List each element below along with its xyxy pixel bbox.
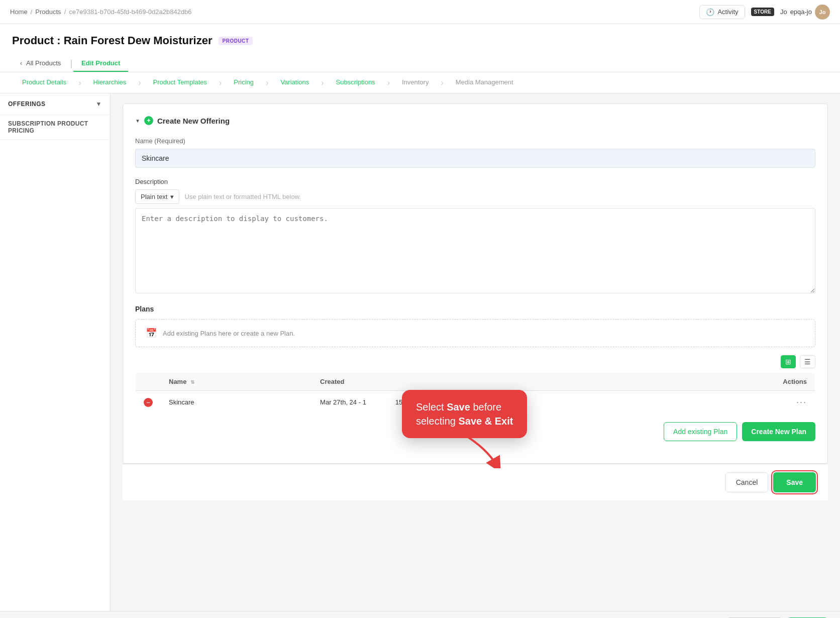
offering-header: ▼ + Create New Offering xyxy=(135,116,815,125)
tab-divider: | xyxy=(70,58,72,69)
product-badge: PRODUCT xyxy=(219,37,253,45)
sidebar: Offerings ▼ Subscription Product Pricing xyxy=(0,93,111,611)
user-sub: epqa-jo xyxy=(790,8,812,16)
main-layout: Offerings ▼ Subscription Product Pricing… xyxy=(0,93,840,611)
tab-product-templates[interactable]: Product Templates xyxy=(143,72,217,93)
breadcrumb-products[interactable]: Products xyxy=(35,8,61,16)
triangle-icon: ▼ xyxy=(135,118,140,124)
col-remove xyxy=(136,373,161,391)
breadcrumb: Home / Products / ce7e9381-b70d-45fd-b46… xyxy=(10,8,192,16)
create-new-plan-button[interactable]: Create New Plan xyxy=(742,422,815,441)
page-header: Product : Rain Forest Dew Moisturizer PR… xyxy=(0,24,840,72)
add-plan-buttons: Add existing Plan Create New Plan xyxy=(664,422,815,441)
plans-add-box: 📅 Add existing Plans here or create a ne… xyxy=(135,319,815,347)
description-toolbar: Plain text ▾ Use plain text or formatted… xyxy=(135,189,815,204)
edit-product-tab[interactable]: Edit Product xyxy=(73,55,128,72)
breadcrumb-id: ce7e9381-b70d-45fd-b469-0d2a2b842db6 xyxy=(69,8,191,16)
sidebar-section-pricing: Subscription Product Pricing xyxy=(0,115,110,140)
tooltip-arrow xyxy=(457,433,507,468)
tab-variations[interactable]: Variations xyxy=(270,72,319,93)
tooltip-overlay: Select Save beforeselecting Save & Exit xyxy=(402,390,527,438)
row-actions-cell: ··· xyxy=(669,391,815,414)
sub-nav: Product Details › Hierarchies › Product … xyxy=(0,72,840,93)
sidebar-section-offerings: Offerings ▼ xyxy=(0,93,110,115)
description-textarea[interactable] xyxy=(135,208,815,293)
topbar-right: 🕐 Activity STORE Jo epqa-jo Jo xyxy=(699,5,830,20)
description-field-group: Description Plain text ▾ Use plain text … xyxy=(135,178,815,295)
col-created-header: Created xyxy=(312,373,669,391)
tab-media-management[interactable]: Media Management xyxy=(446,72,523,93)
footer-bar: Back Save & Exit Next › xyxy=(0,611,840,618)
tab-inventory[interactable]: Inventory xyxy=(392,72,439,93)
grid-view-button[interactable]: ⊞ xyxy=(781,355,796,368)
plain-text-select[interactable]: Plain text ▾ xyxy=(135,189,179,204)
list-view-button[interactable]: ☰ xyxy=(800,355,815,368)
sidebar-item-offerings[interactable]: Offerings ▼ xyxy=(0,93,110,115)
row-name-cell: Skincare xyxy=(161,391,312,414)
chevron-down-icon: ▼ xyxy=(96,100,102,108)
tab-pricing[interactable]: Pricing xyxy=(224,72,264,93)
store-badge: STORE xyxy=(751,8,774,16)
avatar: Jo xyxy=(815,5,830,20)
topbar: Home / Products / ce7e9381-b70d-45fd-b46… xyxy=(0,0,840,24)
col-name-header: Name ⇅ xyxy=(161,373,312,391)
clock-icon: 🕐 xyxy=(706,8,714,16)
breadcrumb-home[interactable]: Home xyxy=(10,8,28,16)
save-cancel-row: Cancel Save xyxy=(123,464,828,500)
content-area: ▼ + Create New Offering Name (Required) … xyxy=(111,93,840,611)
breadcrumb-sep2: / xyxy=(64,8,66,16)
save-button[interactable]: Save xyxy=(773,472,816,492)
name-input[interactable] xyxy=(135,149,815,168)
col-actions-header: Actions xyxy=(669,373,815,391)
name-label: Name (Required) xyxy=(135,137,815,145)
select-chevron-icon: ▾ xyxy=(170,193,174,200)
activity-button[interactable]: 🕐 Activity xyxy=(699,5,745,19)
add-existing-plan-button[interactable]: Add existing Plan xyxy=(664,422,737,441)
tab-subscriptions[interactable]: Subscriptions xyxy=(326,72,385,93)
offering-dot-icon: + xyxy=(144,116,153,125)
description-hint: Use plain text or formatted HTML below. xyxy=(184,193,300,200)
nav-tabs: ‹ All Products | Edit Product xyxy=(12,55,828,72)
sort-icon: ⇅ xyxy=(190,379,194,385)
user-info: Jo epqa-jo Jo xyxy=(780,5,830,20)
plans-table-header: Name ⇅ Created Actions xyxy=(136,373,815,391)
all-products-tab[interactable]: ‹ All Products xyxy=(12,55,69,72)
plain-text-label: Plain text xyxy=(141,193,167,200)
sidebar-item-sub-pricing[interactable]: Subscription Product Pricing xyxy=(0,115,110,139)
activity-label: Activity xyxy=(717,8,738,16)
calendar-icon: 📅 xyxy=(146,328,157,339)
tab-product-details[interactable]: Product Details xyxy=(12,72,76,93)
tab-hierarchies[interactable]: Hierarchies xyxy=(83,72,136,93)
plans-add-hint: Add existing Plans here or create a new … xyxy=(163,330,295,337)
product-title-row: Product : Rain Forest Dew Moisturizer PR… xyxy=(12,34,828,47)
more-actions-button[interactable]: ··· xyxy=(796,397,807,407)
tooltip-bubble: Select Save beforeselecting Save & Exit xyxy=(402,390,527,438)
cancel-button[interactable]: Cancel xyxy=(725,472,769,492)
page-title: Product : Rain Forest Dew Moisturizer xyxy=(12,34,213,47)
back-arrow-icon: ‹ xyxy=(20,60,22,67)
name-field-group: Name (Required) xyxy=(135,137,815,168)
row-remove-cell: − xyxy=(136,391,161,414)
offering-title: Create New Offering xyxy=(157,117,230,125)
table-toolbar: ⊞ ☰ xyxy=(135,355,815,368)
remove-plan-button[interactable]: − xyxy=(144,398,153,407)
user-name: Jo xyxy=(780,8,787,16)
breadcrumb-sep1: / xyxy=(31,8,33,16)
plans-label: Plans xyxy=(135,305,815,313)
description-label: Description xyxy=(135,178,815,185)
sidebar-offerings-label: Offerings xyxy=(8,100,46,108)
